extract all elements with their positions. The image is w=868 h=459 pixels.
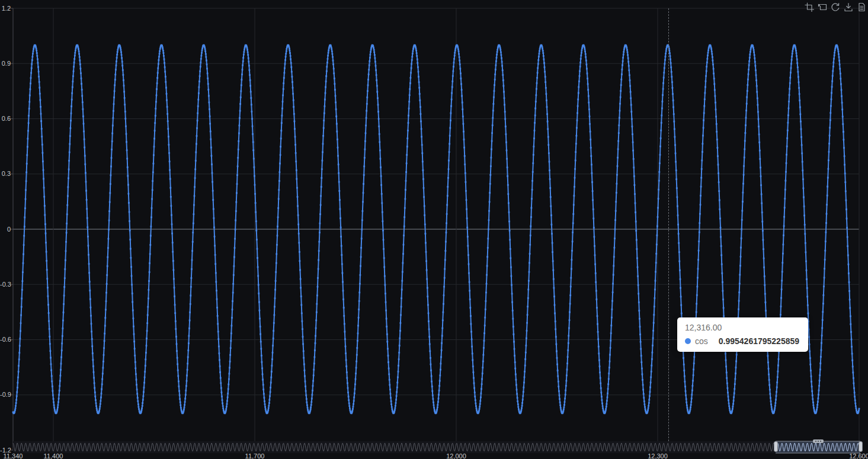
x-tick-label: 11,340	[4, 453, 23, 459]
x-tick-label: 12,300	[648, 453, 668, 459]
chart-canvas[interactable]: 1.20.90.60.30-0.3-0.6-0.9-1.211,34011,40…	[0, 0, 868, 459]
datazoom-left-handle[interactable]	[774, 441, 778, 452]
y-tick-label: -0.3	[0, 281, 11, 288]
restore-icon[interactable]	[830, 2, 840, 12]
zoom-back-icon[interactable]	[817, 2, 827, 12]
tooltip-x-value: 12,316.00	[685, 323, 799, 332]
datazoom-move-grip[interactable]	[813, 439, 824, 443]
y-tick-label: 0.9	[0, 60, 11, 67]
marquee-zoom-icon[interactable]	[804, 2, 814, 12]
x-tick-label: 11,700	[245, 453, 265, 459]
y-tick-label: -0.6	[0, 336, 11, 343]
save-as-image-icon[interactable]	[843, 2, 853, 12]
crosshair-line	[668, 8, 669, 441]
series-marker-dot	[685, 338, 691, 344]
tooltip-series-value: 0.9954261795225859	[719, 336, 799, 346]
x-tick-label: 12,000	[446, 453, 466, 459]
y-tick-label: 1.2	[0, 5, 11, 12]
data-view-icon[interactable]	[856, 2, 866, 12]
toolbox	[804, 2, 866, 12]
x-tick-label: 12,600	[849, 453, 868, 459]
tooltip-series-name: cos	[695, 336, 708, 346]
main-plot	[0, 0, 868, 459]
y-tick-label: 0	[0, 226, 11, 233]
datazoom-right-handle[interactable]	[859, 441, 863, 452]
y-tick-label: 0.3	[0, 171, 11, 177]
tooltip: 12,316.00 cos 0.9954261795225859	[677, 317, 808, 352]
x-tick-label: 11,400	[44, 453, 63, 459]
tooltip-series-row: cos 0.9954261795225859	[685, 336, 799, 346]
y-tick-label: 0.6	[0, 115, 11, 122]
y-tick-label: -0.9	[0, 391, 11, 398]
